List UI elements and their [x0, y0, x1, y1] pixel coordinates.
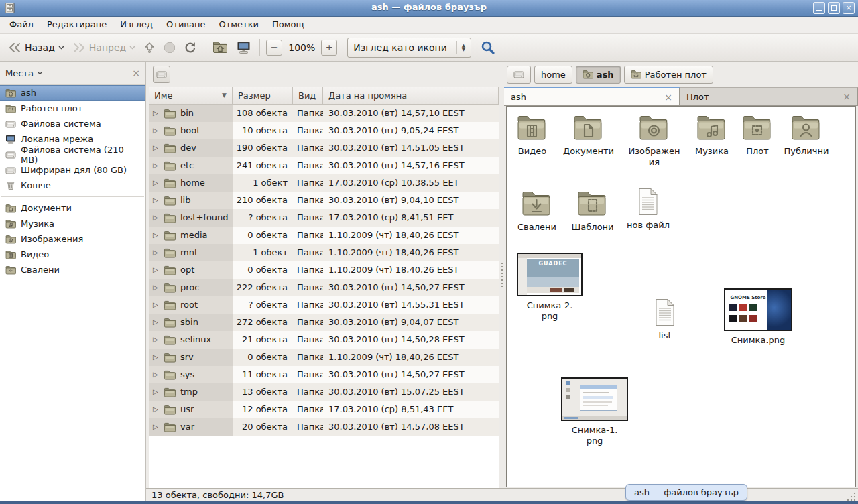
sidebar-item[interactable]: Изображения	[0, 231, 145, 247]
expander-icon[interactable]: ▷	[153, 261, 160, 279]
maximize-button[interactable]	[828, 2, 840, 14]
table-row[interactable]: ▷lib210 обектаПапка30.03.2010 (вт) 9,04,…	[149, 192, 499, 209]
expander-icon[interactable]: ▷	[153, 192, 160, 209]
file-item[interactable]: GNOME StoreСнимка.png	[718, 288, 798, 346]
titlebar[interactable]: ash — файлов браузър ×	[0, 0, 858, 17]
menu-item-6[interactable]: Помощ	[265, 17, 311, 33]
sidebar-item[interactable]: ash	[0, 85, 145, 101]
expander-icon[interactable]: ▷	[153, 296, 160, 314]
file-item[interactable]: GUADECСнимка-2. png	[509, 253, 590, 322]
pane-splitter[interactable]	[499, 62, 504, 488]
sidebar-item[interactable]: Документи	[0, 200, 145, 216]
sidebar-item[interactable]: Работен плот	[0, 101, 145, 116]
path-button[interactable]: Работен плот	[624, 66, 713, 84]
expander-icon[interactable]: ▷	[153, 157, 160, 174]
expander-icon[interactable]: ▷	[153, 122, 160, 139]
sidebar-item[interactable]: Файлова система (210 MB)	[0, 147, 145, 162]
expander-icon[interactable]: ▷	[153, 418, 160, 436]
home-button[interactable]	[208, 37, 232, 58]
table-row[interactable]: ▷bin108 обектаПапка30.03.2010 (вт) 14,57…	[149, 105, 499, 122]
back-button[interactable]: Назад	[4, 37, 68, 58]
table-row[interactable]: ▷mnt1 обектПапка1.10.2009 (чт) 18,40,26 …	[149, 244, 499, 261]
zoom-in-button[interactable]: +	[321, 40, 337, 56]
tab-close-icon[interactable]: ×	[664, 92, 672, 103]
tab-ash[interactable]: ash×	[504, 87, 680, 105]
expander-icon[interactable]: ▷	[153, 349, 160, 366]
table-row[interactable]: ▷tmp13 обектаПапка30.03.2010 (вт) 15,07,…	[149, 383, 499, 401]
expander-icon[interactable]: ▷	[153, 366, 160, 383]
file-item[interactable]: Публични	[766, 114, 847, 157]
file-item[interactable]: нов файл	[608, 188, 688, 231]
sidebar-item-label: Изображения	[21, 234, 83, 244]
table-row[interactable]: ▷dev190 обектаПапка30.03.2010 (вт) 14,51…	[149, 139, 499, 157]
expander-icon[interactable]: ▷	[153, 227, 160, 244]
tab-Плот[interactable]: Плот×	[680, 87, 858, 105]
expander-icon[interactable]: ▷	[153, 331, 160, 349]
zoom-out-button[interactable]: −	[266, 40, 282, 56]
table-row[interactable]: ▷proc222 обектаПапка30.03.2010 (вт) 14,5…	[149, 279, 499, 296]
expander-icon[interactable]: ▷	[153, 314, 160, 331]
menu-item-3[interactable]: Изглед	[113, 17, 160, 33]
close-button[interactable]: ×	[843, 2, 855, 14]
stop-button[interactable]	[160, 37, 180, 58]
folder-video-icon	[516, 114, 548, 142]
forward-label: Напред	[89, 42, 126, 53]
menu-item-5[interactable]: Отметки	[212, 17, 265, 33]
table-row[interactable]: ▷var20 обектаПапка30.03.2010 (вт) 14,57,…	[149, 418, 499, 436]
table-row[interactable]: ▷boot10 обектаПапка30.03.2010 (вт) 9,05,…	[149, 122, 499, 139]
path-button[interactable]: ash	[576, 66, 621, 84]
reload-button[interactable]	[180, 37, 200, 58]
sidebar-item[interactable]: Музика	[0, 216, 145, 231]
sidebar-item[interactable]: Кошче	[0, 178, 145, 193]
sidebar-item[interactable]: Шифриран дял (80 GB)	[0, 162, 145, 178]
file-item[interactable]: list	[625, 298, 705, 341]
expander-icon[interactable]: ▷	[153, 105, 160, 122]
menu-item-2[interactable]: Редактиране	[40, 17, 113, 33]
table-row[interactable]: ▷sbin272 обектаПапка30.03.2010 (вт) 9,04…	[149, 314, 499, 331]
column-header[interactable]: Дата на промяна	[323, 87, 499, 105]
table-row[interactable]: ▷srv0 обектаПапка1.10.2009 (чт) 18,40,26…	[149, 349, 499, 366]
back-icon	[8, 42, 21, 53]
table-row[interactable]: ▷usr12 обектаПапка17.03.2010 (ср) 8,51,4…	[149, 401, 499, 418]
table-row[interactable]: ▷opt0 обектаПапка1.10.2009 (чт) 18,40,26…	[149, 261, 499, 279]
sidebar-item[interactable]: Свалени	[0, 262, 145, 277]
up-button[interactable]	[139, 37, 160, 58]
menu-item-4[interactable]: Отиване	[160, 17, 212, 33]
file-item-label: Снимка-2. png	[509, 300, 590, 322]
column-header[interactable]: Вид	[293, 87, 323, 105]
column-header[interactable]: Размер	[233, 87, 293, 105]
sidebar-item[interactable]: Файлова система	[0, 116, 145, 131]
tab-close-icon[interactable]: ×	[843, 91, 851, 102]
menu-item-1[interactable]: Файл	[3, 17, 40, 33]
table-row[interactable]: ▷etc241 обектаПапка30.03.2010 (вт) 14,57…	[149, 157, 499, 174]
path-button[interactable]: home	[534, 66, 572, 84]
table-row[interactable]: ▷sys11 обектаПапка30.03.2010 (вт) 14,50,…	[149, 366, 499, 383]
expander-icon[interactable]: ▷	[153, 174, 160, 192]
table-row[interactable]: ▷lost+found? обектаПапка17.03.2010 (ср) …	[149, 209, 499, 227]
table-row[interactable]: ▷media0 обектаПапка1.10.2009 (чт) 18,40,…	[149, 227, 499, 244]
sidebar-mode-select[interactable]: Места	[5, 68, 43, 78]
root-drive-button[interactable]	[153, 66, 170, 83]
expander-icon[interactable]: ▷	[153, 139, 160, 157]
table-row[interactable]: ▷selinux21 обектаПапка30.03.2010 (вт) 14…	[149, 331, 499, 349]
table-row[interactable]: ▷home1 обектПапка17.03.2010 (ср) 10,38,5…	[149, 174, 499, 192]
toolbar: Назад Напред − 100% + Изглед като икони	[0, 34, 858, 62]
search-button[interactable]	[477, 37, 499, 58]
expander-icon[interactable]: ▷	[153, 244, 160, 261]
forward-button[interactable]: Напред	[68, 37, 139, 58]
table-row[interactable]: ▷root? обектаПапка30.03.2010 (вт) 14,55,…	[149, 296, 499, 314]
file-item[interactable]: Снимка-1. png	[554, 377, 635, 446]
path-button[interactable]	[507, 66, 531, 84]
expander-icon[interactable]: ▷	[153, 401, 160, 418]
folder-icon	[164, 405, 176, 415]
resize-grip[interactable]	[847, 491, 857, 501]
view-mode-select[interactable]: Изглед като икони ▲▼	[347, 38, 471, 58]
minimize-button[interactable]	[813, 2, 825, 14]
expander-icon[interactable]: ▷	[153, 279, 160, 296]
computer-button[interactable]	[232, 37, 255, 58]
column-header[interactable]: Име▼	[149, 87, 233, 105]
expander-icon[interactable]: ▷	[153, 209, 160, 227]
sidebar-item[interactable]: Видео	[0, 247, 145, 262]
sidebar-close-icon[interactable]: ×	[132, 68, 140, 78]
expander-icon[interactable]: ▷	[153, 383, 160, 401]
